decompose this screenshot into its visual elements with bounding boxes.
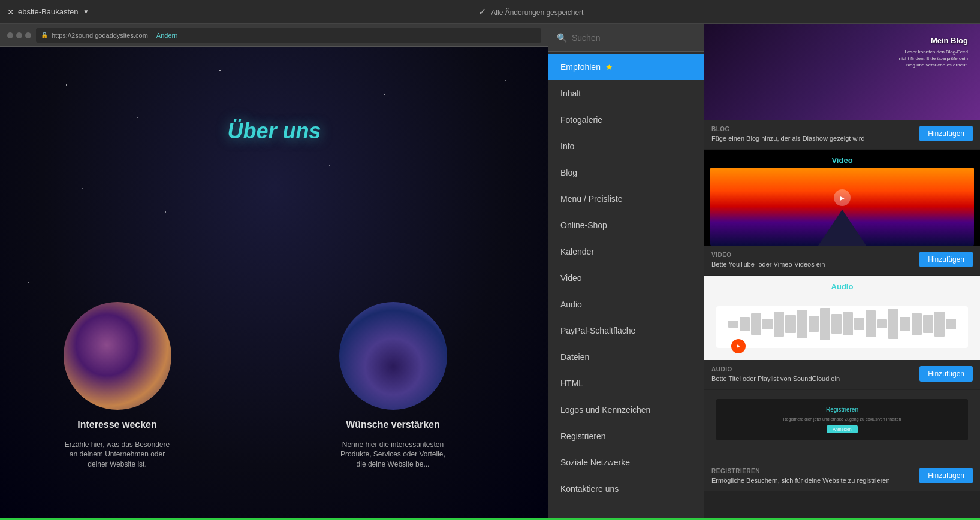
menu-item-kontakt[interactable]: Kontaktiere uns <box>548 476 704 502</box>
register-preview-button: Anmelden <box>827 425 858 433</box>
register-preview-text: Registriere dich jetzt und erhalte Zugan… <box>723 416 961 422</box>
browser-dot-yellow <box>16 32 22 38</box>
circle-item-1: Interesse wecken Erzähle hier, was das B… <box>64 302 171 470</box>
menu-item-menu-preisliste[interactable]: Menü / Preisliste <box>548 186 704 212</box>
video-preview-bg: Video ▶ <box>704 150 980 246</box>
url-text: https://2sound.godaddysites.com <box>52 32 148 39</box>
checkmark-icon: ✓ <box>478 7 486 17</box>
video-preview-image <box>710 168 974 246</box>
main-area: 🔒 https://2sound.godaddysites.com Ändern <box>0 24 980 518</box>
panel-sidebar: 🔍 Empfohlen ★ Inhalt Fotogalerie Info <box>548 24 704 518</box>
menu-item-soziale-netzwerke[interactable]: Soziale Netzwerke <box>548 449 704 476</box>
audio-waveform-bg: ▶ <box>716 306 968 348</box>
blog-card-type: BLOG <box>711 126 913 132</box>
blog-preview-text: Leser konnten den Blog-Feed nicht finden… <box>896 49 968 69</box>
video-add-button[interactable]: Hinzufügen <box>919 252 973 267</box>
menu-item-empfohlen[interactable]: Empfohlen ★ <box>548 54 704 80</box>
register-preview-inner: Registrieren Registriere dich jetzt und … <box>716 399 968 440</box>
card-blog: Mein Blog Leser konnten den Blog-Feed ni… <box>704 24 980 149</box>
blog-preview: Mein Blog Leser konnten den Blog-Feed ni… <box>704 24 980 120</box>
menu-item-registrieren[interactable]: Registrieren <box>548 423 704 449</box>
menu-item-dateien[interactable]: Dateien <box>548 344 704 370</box>
menu-item-audio[interactable]: Audio <box>548 291 704 318</box>
register-add-button[interactable]: Hinzufügen <box>919 468 973 483</box>
right-panel: 🔍 Empfohlen ★ Inhalt Fotogalerie Info <box>548 24 980 518</box>
video-play-icon: ▶ <box>834 189 851 206</box>
card-audio: Audio ▶ <box>704 276 980 389</box>
menu-item-html[interactable]: HTML <box>548 370 704 397</box>
video-card-info: VIDEO Bette YouTube- oder Vimeo-Videos e… <box>711 252 913 268</box>
register-card-type: REGISTRIEREN <box>711 468 913 474</box>
register-card-info: REGISTRIEREN Ermögliche Besuchern, sich … <box>711 468 913 485</box>
card-register: Registrieren Registriere dich jetzt und … <box>704 390 980 491</box>
circle-image-2 <box>339 302 447 410</box>
bottom-bar <box>0 518 980 520</box>
register-card-description: Ermögliche Besuchern, sich für deine Web… <box>711 476 913 485</box>
blog-preview-title: Mein Blog <box>931 36 968 45</box>
video-preview-container: Video ▶ <box>704 150 980 246</box>
browser-url-bar: 🔒 https://2sound.godaddysites.com Ändern <box>36 28 541 43</box>
audio-preview-label: Audio <box>831 282 854 291</box>
top-bar-left: ✕ ebsite-Baukasten ▼ <box>7 7 89 17</box>
search-bar: 🔍 <box>548 24 704 52</box>
save-status: Alle Änderungen gespeichert <box>491 8 583 17</box>
menu-item-logos[interactable]: Logos und Kennzeichen <box>548 397 704 423</box>
menu-item-fotogalerie[interactable]: Fotogalerie <box>548 107 704 133</box>
lock-icon: 🔒 <box>41 32 48 38</box>
menu-item-inhalt[interactable]: Inhalt <box>548 80 704 107</box>
audio-card-info: AUDIO Bette Titel oder Playlist von Soun… <box>711 366 913 383</box>
audio-card-type: AUDIO <box>711 366 913 373</box>
chevron-down-icon[interactable]: ▼ <box>83 8 89 15</box>
audio-card-description: Bette Titel oder Playlist von SoundCloud… <box>711 374 913 383</box>
waveform-lines <box>728 306 956 342</box>
circle-desc-1: Erzähle hier, was das Besondere an deine… <box>64 440 171 470</box>
top-bar: ✕ ebsite-Baukasten ▼ ✓ Alle Änderungen g… <box>0 0 980 24</box>
panel-content: Mein Blog Leser konnten den Blog-Feed ni… <box>704 24 980 518</box>
browser-bar: 🔒 https://2sound.godaddysites.com Ändern <box>0 24 548 47</box>
video-card-description: Bette YouTube- oder Vimeo-Videos ein <box>711 260 913 268</box>
blog-preview-bg: Mein Blog Leser konnten den Blog-Feed ni… <box>704 24 980 120</box>
video-mountain <box>818 210 866 246</box>
circle-desc-2: Nenne hier die interessantesten Produkte… <box>339 440 447 470</box>
menu-item-paypal[interactable]: PayPal-Schaltfläche <box>548 318 704 344</box>
star-icon: ★ <box>605 62 613 72</box>
menu-item-online-shop[interactable]: Online-Shop <box>548 212 704 238</box>
video-card-bottom: VIDEO Bette YouTube- oder Vimeo-Videos e… <box>704 246 980 274</box>
close-icon[interactable]: ✕ <box>7 7 14 17</box>
preview-content: Über uns Interesse wecken Erzähle hier, … <box>0 47 548 518</box>
page-main-title: Über uns <box>227 119 321 144</box>
blog-card-description: Füge einen Blog hinzu, der als Diashow g… <box>711 134 913 143</box>
menu-item-info[interactable]: Info <box>548 133 704 159</box>
blog-card-info: BLOG Füge einen Blog hinzu, der als Dias… <box>711 126 913 143</box>
app-title: ebsite-Baukasten <box>18 7 78 16</box>
register-preview-container: Registrieren Registriere dich jetzt und … <box>704 390 980 462</box>
audio-preview-bg: Audio ▶ <box>704 276 980 360</box>
video-preview-label: Video <box>831 156 852 165</box>
circle-image-1 <box>64 302 171 410</box>
menu-item-video[interactable]: Video <box>548 265 704 291</box>
card-video: Video ▶ VIDEO Bette YouTube- oder Vimeo-… <box>704 150 980 274</box>
audio-add-button[interactable]: Hinzufügen <box>919 366 973 382</box>
menu-item-kalender[interactable]: Kalender <box>548 238 704 265</box>
register-preview-title: Registrieren <box>723 406 961 413</box>
audio-preview-container: Audio ▶ <box>704 276 980 360</box>
browser-dot-red <box>7 32 13 38</box>
menu-item-blog[interactable]: Blog <box>548 159 704 186</box>
register-preview-bg: Registrieren Registriere dich jetzt und … <box>704 390 980 462</box>
browser-dots <box>7 32 31 38</box>
browser-dot-green <box>25 32 31 38</box>
register-card-bottom: REGISTRIEREN Ermögliche Besuchern, sich … <box>704 462 980 491</box>
panel-menu: Empfohlen ★ Inhalt Fotogalerie Info Blog… <box>548 52 704 518</box>
circle-item-2: Wünsche verstärken Nenne hier die intere… <box>339 302 447 470</box>
search-icon: 🔍 <box>557 33 567 43</box>
blog-card-bottom: BLOG Füge einen Blog hinzu, der als Dias… <box>704 120 980 149</box>
top-bar-center: ✓ Alle Änderungen gespeichert <box>89 6 973 17</box>
circle-items-container: Interesse wecken Erzähle hier, was das B… <box>64 302 447 470</box>
preview-area: 🔒 https://2sound.godaddysites.com Ändern <box>0 24 548 518</box>
blog-add-button[interactable]: Hinzufügen <box>919 126 973 141</box>
change-url-button[interactable]: Ändern <box>156 32 177 39</box>
circle-title-1: Interesse wecken <box>77 419 157 430</box>
circle-title-2: Wünsche verstärken <box>346 419 440 430</box>
audio-card-bottom: AUDIO Bette Titel oder Playlist von Soun… <box>704 360 980 389</box>
search-input[interactable] <box>572 33 695 43</box>
